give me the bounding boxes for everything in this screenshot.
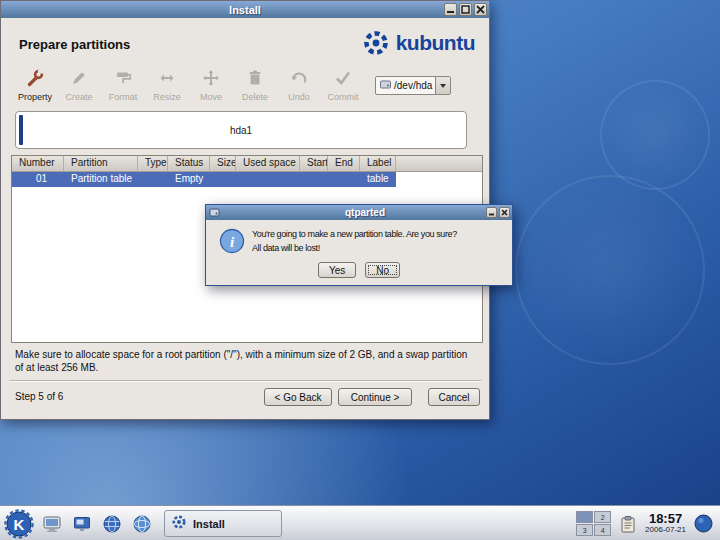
dialog-title: qtparted (220, 207, 510, 218)
window-title: Install (1, 4, 489, 16)
yes-button[interactable]: Yes (318, 262, 356, 278)
column-header-status[interactable]: Status (168, 156, 210, 171)
qtparted-app-icon (209, 207, 220, 218)
toolbar-button-label: Move (200, 92, 222, 102)
step-indicator: Step 5 of 6 (15, 391, 63, 402)
wallpaper-circle (515, 175, 705, 365)
toolbar-move-button[interactable]: Move (189, 67, 233, 102)
toolbar-button-label: Commit (328, 92, 359, 102)
disk-partition-strip (19, 115, 23, 145)
dialog-minimize-icon[interactable] (486, 207, 497, 218)
dialog-message-line2: All data will be lost! (252, 242, 457, 256)
dialog-titlebar[interactable]: qtparted (206, 205, 512, 220)
column-header-start[interactable]: Start (300, 156, 328, 171)
no-button[interactable]: No (365, 262, 400, 278)
column-header-type[interactable]: Type (138, 156, 168, 171)
maximize-icon[interactable] (459, 3, 472, 16)
kubuntu-gear-icon (361, 28, 391, 58)
column-header-end[interactable]: End (328, 156, 360, 171)
cell-partition: Partition table (64, 172, 138, 187)
desktop-pager: 2 3 4 (576, 511, 611, 536)
toolbar-button-label: Resize (153, 92, 181, 102)
column-header-size[interactable]: Size (210, 156, 236, 171)
clock-date: 2006-07-21 (645, 526, 686, 534)
toolbar-button-label: Format (109, 92, 138, 102)
device-value: /dev/hda (394, 80, 432, 91)
system-monitor-icon[interactable] (39, 511, 64, 536)
qtparted-dialog: qtparted i You're going to make a new pa… (205, 204, 513, 286)
toolbar-property-button[interactable]: Property (13, 67, 57, 102)
system-tray: 2 3 4 18:57 2006-07-21 (576, 511, 716, 536)
info-icon: i (219, 228, 245, 258)
note-text: Make sure to allocate space for a root p… (15, 348, 477, 374)
klipper-tray-icon[interactable] (619, 515, 637, 533)
pager-desktop-2[interactable]: 2 (594, 511, 611, 523)
close-icon[interactable] (474, 3, 487, 16)
toolbar: Property Create Format Re (13, 67, 479, 107)
kmenu-button[interactable]: K (4, 509, 34, 539)
cell-number: 01 (12, 172, 64, 187)
pager-desktop-3[interactable]: 3 (576, 524, 593, 536)
move-arrows-icon (202, 69, 220, 91)
task-label: Install (193, 518, 225, 530)
dialog-message-line1: You're going to make a new partition tab… (252, 228, 457, 242)
device-selector[interactable]: /dev/hda (375, 76, 451, 95)
toolbar-commit-button[interactable]: Commit (321, 67, 365, 102)
dialog-body: i You're going to make a new partition t… (206, 220, 512, 286)
cell-label: table (360, 172, 396, 187)
separator (9, 380, 481, 382)
konqueror-globe-icon[interactable] (99, 511, 124, 536)
column-header-filler (396, 156, 482, 171)
go-back-button[interactable]: < Go Back (264, 388, 332, 406)
toolbar-button-label: Property (18, 92, 52, 102)
delete-trash-icon (246, 69, 264, 91)
commit-check-icon (334, 69, 352, 91)
minimize-icon[interactable] (444, 3, 457, 16)
kubuntu-logo: kubuntu (361, 28, 475, 58)
table-header: Number Partition Type Status Size Used s… (12, 156, 482, 172)
property-wrench-icon (26, 69, 44, 91)
web-browser-globe-icon[interactable] (129, 511, 154, 536)
continue-button[interactable]: Continue > (338, 388, 412, 406)
cell-start (300, 172, 328, 187)
cell-size (210, 172, 236, 187)
chevron-down-icon[interactable] (435, 77, 450, 94)
toolbar-create-button[interactable]: Create (57, 67, 101, 102)
desktop: Install Prepare partitions kubuntu (0, 0, 720, 540)
toolbar-resize-button[interactable]: Resize (145, 67, 189, 102)
pager-desktop-1[interactable] (576, 511, 593, 523)
blue-globe-tray-icon[interactable] (694, 514, 713, 533)
format-roller-icon (114, 69, 132, 91)
kde-gear-icon: K (4, 509, 34, 539)
clock-time: 18:57 (645, 512, 686, 526)
cell-used-space (236, 172, 300, 187)
show-desktop-icon[interactable] (69, 511, 94, 536)
toolbar-button-label: Undo (288, 92, 310, 102)
disk-label: hda1 (230, 125, 252, 136)
cell-end (328, 172, 360, 187)
clock[interactable]: 18:57 2006-07-21 (645, 512, 686, 534)
disk-icon (380, 79, 391, 92)
cell-status: Empty (168, 172, 210, 187)
svg-text:K: K (14, 515, 25, 532)
column-header-partition[interactable]: Partition (64, 156, 138, 171)
column-header-label[interactable]: Label (360, 156, 396, 171)
toolbar-format-button[interactable]: Format (101, 67, 145, 102)
dialog-close-icon[interactable] (499, 207, 510, 218)
pager-desktop-4[interactable]: 4 (594, 524, 611, 536)
cancel-button[interactable]: Cancel (428, 388, 480, 406)
install-task-icon (171, 514, 187, 534)
column-header-used-space[interactable]: Used space (236, 156, 300, 171)
create-pencil-icon (70, 69, 88, 91)
column-header-number[interactable]: Number (12, 156, 64, 171)
toolbar-undo-button[interactable]: Undo (277, 67, 321, 102)
disk-visualization[interactable]: hda1 (15, 111, 467, 149)
install-window-titlebar[interactable]: Install (1, 1, 489, 18)
wallpaper-circle (600, 80, 710, 190)
table-row[interactable]: 01 Partition table Empty table (12, 172, 396, 187)
toolbar-delete-button[interactable]: Delete (233, 67, 277, 102)
taskbar-install-task[interactable]: Install (164, 510, 282, 537)
toolbar-button-label: Delete (242, 92, 268, 102)
resize-arrows-icon (158, 69, 176, 91)
page-title: Prepare partitions (19, 37, 130, 52)
